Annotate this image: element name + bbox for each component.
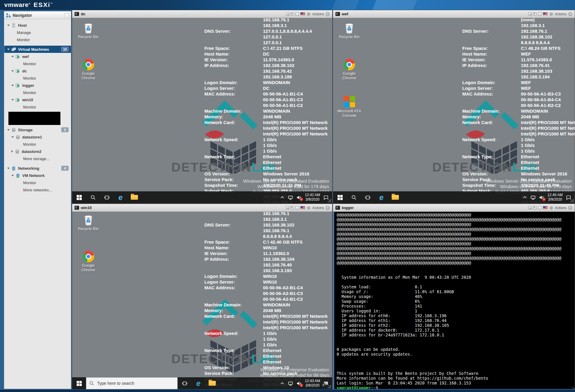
restore-icon[interactable] [291, 12, 294, 16]
volume-muted-icon[interactable] [296, 195, 301, 200]
sidebar-item-datastore1-monitor[interactable]: Monitor [4, 141, 71, 148]
task-view-button[interactable] [100, 191, 114, 203]
close-icon[interactable] [326, 12, 330, 16]
chevron-down-icon[interactable] [11, 136, 14, 138]
close-icon[interactable] [568, 206, 572, 210]
search-input[interactable] [96, 381, 167, 386]
vm-console-screen-dc[interactable]: Recycle Bin Google Chrome DETECTIONLab 1… [72, 18, 332, 203]
chevron-down-icon[interactable] [11, 85, 14, 86]
sidebar-item-win10-monitor[interactable]: Monitor [4, 103, 71, 111]
sidebar-item-manage[interactable]: Manage [4, 29, 71, 36]
sidebar-item-more-networks[interactable]: More networks... [4, 186, 71, 193]
popout-icon[interactable] [286, 12, 289, 16]
taskbar-clock[interactable]: 12:45 AM3/9/2020 [547, 193, 563, 202]
recycle-bin-shortcut[interactable]: Recycle Bin [336, 22, 362, 39]
internet-explorer-button[interactable] [375, 191, 388, 203]
gear-icon[interactable] [307, 206, 311, 210]
window-titlebar[interactable]: wef Actions [333, 10, 575, 18]
chevron-up-icon[interactable] [522, 195, 527, 200]
window-titlebar[interactable]: logger Actions [333, 204, 575, 212]
vm-console-screen-win10[interactable]: Recycle Bin Google Chrome DETECTIONLab 1… [72, 212, 332, 389]
restore-icon[interactable] [533, 12, 537, 16]
chevron-down-icon[interactable] [7, 129, 10, 131]
resize-grip[interactable] [570, 199, 571, 200]
volume-muted-icon[interactable] [296, 381, 301, 386]
sidebar-item-vm-logger[interactable]: logger [4, 82, 71, 89]
edge-button[interactable] [191, 377, 205, 389]
vm-console-screen-logger[interactable]: @@@@@@@@@@@@@@@@@@@@@@@@@@@@@@@@@@@@@@@@… [333, 212, 575, 389]
sidebar-item-wef-monitor[interactable]: Monitor [4, 60, 71, 67]
search-button[interactable] [347, 191, 361, 203]
sidebar-item-host-monitor[interactable]: Monitor [4, 36, 71, 43]
start-button[interactable] [72, 191, 86, 203]
sidebar-item-host[interactable]: Host [4, 22, 71, 29]
keyboard-layout-flag-icon[interactable] [543, 12, 548, 16]
sidebar-item-datastore1[interactable]: datastore1 [4, 133, 71, 141]
vm-console-screen-wef[interactable]: Recycle Bin Google Chrome Microsoft ATA … [333, 18, 575, 203]
network-status-icon[interactable] [531, 195, 536, 200]
chevron-right-icon[interactable] [11, 150, 13, 153]
restore-icon[interactable] [533, 206, 537, 209]
keyboard-layout-flag-icon[interactable] [543, 206, 548, 209]
google-chrome-shortcut[interactable]: Google Chrome [75, 251, 102, 272]
network-status-icon[interactable] [288, 381, 293, 386]
actions-button[interactable]: Actions [312, 12, 324, 16]
chevron-up-icon[interactable] [280, 195, 285, 200]
sidebar-item-logger-monitor[interactable]: Monitor [4, 89, 71, 96]
restore-icon[interactable] [291, 206, 294, 209]
task-view-button[interactable] [361, 191, 375, 203]
file-explorer-button[interactable] [205, 377, 219, 389]
microsoft-ata-console-shortcut[interactable]: Microsoft ATA Console [336, 96, 362, 118]
chevron-down-icon[interactable] [7, 25, 10, 26]
sidebar-item-vm-wef[interactable]: wef [4, 53, 71, 60]
maximize-icon[interactable] [295, 206, 299, 209]
chevron-up-icon[interactable] [280, 381, 285, 386]
resize-grip[interactable] [328, 385, 329, 386]
sidebar-item-networking[interactable]: Networking4 [4, 165, 71, 172]
sidebar-item-datastore2[interactable]: datastore2 [4, 148, 71, 155]
sidebar-item-more-storage[interactable]: More storage... [4, 155, 71, 162]
gear-icon[interactable] [307, 12, 311, 16]
google-chrome-shortcut[interactable]: Google Chrome [75, 59, 102, 80]
sidebar-item-vm-network[interactable]: VM Network [4, 172, 71, 179]
sidebar-item-virtual-machines[interactable]: Virtual Machines10 [4, 46, 71, 53]
chevron-down-icon[interactable] [11, 70, 14, 72]
task-view-button[interactable] [178, 377, 191, 389]
close-icon[interactable] [326, 206, 330, 210]
actions-button[interactable]: Actions [555, 12, 567, 16]
keyboard-layout-flag-icon[interactable] [300, 12, 305, 16]
chevron-down-icon[interactable] [7, 168, 10, 169]
taskbar-search-box[interactable] [86, 377, 178, 389]
sidebar-item-storage[interactable]: Storage2 [4, 126, 71, 133]
actions-button[interactable]: Actions [555, 206, 567, 210]
chevron-down-icon[interactable] [7, 49, 10, 50]
panel-collapse-icon[interactable] [64, 13, 69, 17]
file-explorer-button[interactable] [388, 191, 402, 203]
maximize-icon[interactable] [295, 12, 299, 16]
recycle-bin-shortcut[interactable]: Recycle Bin [75, 22, 102, 39]
chevron-down-icon[interactable] [11, 56, 14, 57]
taskbar-clock[interactable]: 12:43 AM3/9/2020 [305, 379, 320, 388]
start-button[interactable] [72, 377, 86, 389]
sidebar-item-vm-win10[interactable]: win10 [4, 96, 71, 103]
actions-button[interactable]: Actions [312, 206, 324, 210]
sidebar-item-vm-network-monitor[interactable]: Monitor [4, 179, 71, 186]
resize-grip[interactable] [328, 199, 329, 200]
keyboard-layout-flag-icon[interactable] [300, 206, 305, 209]
resize-grip[interactable] [572, 387, 573, 387]
popout-icon[interactable] [528, 12, 532, 16]
sidebar-item-vm-dc[interactable]: dc [4, 67, 71, 74]
network-status-icon[interactable] [288, 195, 293, 200]
sidebar-item-dc-monitor[interactable]: Monitor [4, 74, 71, 82]
window-titlebar[interactable]: win10 Actions [72, 204, 332, 212]
popout-icon[interactable] [286, 206, 289, 209]
popout-icon[interactable] [528, 206, 532, 209]
start-button[interactable] [333, 191, 347, 203]
taskbar-clock[interactable]: 12:42 AM3/9/2020 [305, 193, 320, 202]
internet-explorer-button[interactable] [114, 191, 127, 203]
gear-icon[interactable] [549, 206, 553, 210]
recycle-bin-shortcut[interactable]: Recycle Bin [75, 214, 102, 231]
volume-muted-icon[interactable] [539, 195, 544, 200]
search-button[interactable] [86, 191, 100, 203]
window-titlebar[interactable]: dc Actions [72, 10, 332, 18]
